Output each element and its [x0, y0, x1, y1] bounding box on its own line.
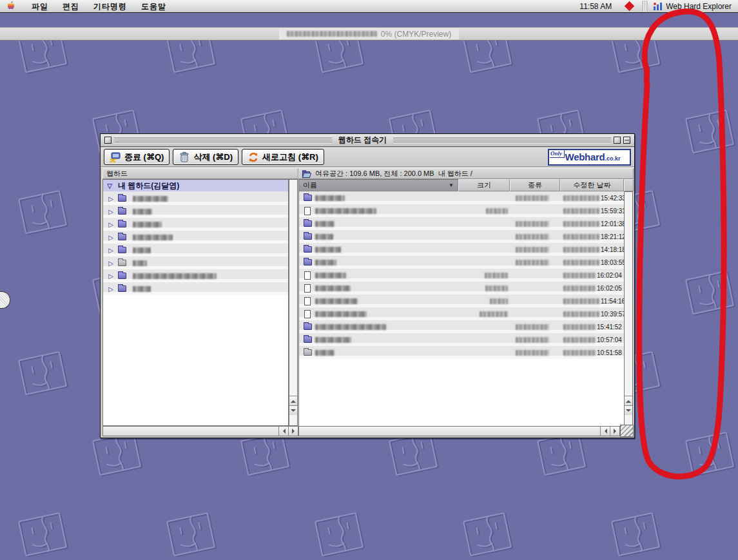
redacted-text: [315, 273, 346, 278]
window-titlebar[interactable]: 웹하드 접속기: [101, 134, 634, 147]
redacted-text: [315, 195, 345, 201]
scroll-down-button[interactable]: [625, 405, 632, 415]
tree-item[interactable]: ▷: [103, 244, 288, 256]
window-resize-grip[interactable]: [620, 425, 634, 437]
scroll-up-button[interactable]: [625, 396, 632, 405]
file-row[interactable]: 14:18:18: [299, 243, 624, 256]
tree-horizontal-scrollbar[interactable]: [102, 426, 298, 436]
expand-arrow-icon[interactable]: ▷: [107, 195, 115, 202]
scroll-up-button[interactable]: [289, 396, 297, 405]
delete-button[interactable]: 삭제 (⌘D): [173, 149, 238, 165]
tree-items: ▷▷▷▷▷▷▷▷: [103, 192, 288, 295]
folder-icon: [118, 247, 126, 253]
file-row[interactable]: 10:39:57: [299, 307, 624, 320]
redacted-text: [516, 247, 549, 253]
expand-arrow-icon[interactable]: ▷: [107, 260, 115, 267]
menu-file[interactable]: 파일: [24, 0, 55, 13]
folder-icon: [304, 349, 312, 356]
folder-icon: [118, 285, 126, 292]
file-row[interactable]: 10:51:58: [299, 346, 624, 359]
file-row[interactable]: 18:03:55: [299, 256, 624, 269]
redacted-text: [315, 324, 386, 330]
refresh-icon: [248, 151, 259, 163]
menu-clock[interactable]: 11:58 AM: [573, 2, 618, 11]
redacted-text: [563, 298, 599, 304]
expand-arrow-icon[interactable]: ▷: [107, 221, 115, 228]
redacted-text: [563, 273, 596, 278]
list-horizontal-scrollbar[interactable]: [298, 426, 620, 436]
scroll-left-button[interactable]: [278, 427, 288, 436]
file-row[interactable]: 12:01:38: [299, 217, 624, 230]
tree-item[interactable]: ▷: [103, 205, 288, 218]
quit-button-label: 종료 (⌘Q): [124, 151, 164, 163]
redacted-text: [563, 260, 599, 266]
scroll-right-button[interactable]: [288, 427, 298, 436]
refresh-button[interactable]: 새로고침 (⌘R): [242, 149, 324, 165]
file-row[interactable]: 16:02:04: [299, 269, 624, 282]
redacted-document-title: [287, 31, 377, 37]
expand-arrow-icon[interactable]: ▷: [107, 273, 115, 280]
tree-item[interactable]: ▷: [103, 218, 288, 231]
apple-menu-icon[interactable]: [6, 1, 15, 11]
tree-item[interactable]: ▷: [103, 256, 288, 269]
file-row[interactable]: 16:02:05: [299, 282, 624, 294]
expand-arrow-icon[interactable]: ▷: [107, 285, 115, 293]
tree-root-item[interactable]: ▽ 내 웹하드(김달엽): [103, 180, 288, 192]
tree-item[interactable]: ▷: [103, 231, 288, 244]
collapse-arrow-icon[interactable]: ▽: [106, 182, 113, 189]
scroll-right-button[interactable]: [610, 427, 619, 436]
column-header-stub: [624, 179, 634, 191]
file-row[interactable]: 15:41:52: [299, 320, 624, 333]
column-header-size[interactable]: 크기: [458, 179, 510, 191]
menu-help[interactable]: 도움말: [134, 0, 173, 13]
file-row[interactable]: 10:57:04: [299, 333, 624, 346]
webhard-logo[interactable]: Only Webhard .co.kr: [548, 149, 631, 166]
file-list: 15:42:3315:59:3112:01:3818:21:1214:18:18…: [298, 191, 624, 426]
menu-edit[interactable]: 편집: [55, 0, 86, 13]
refresh-button-label: 새로고침 (⌘R): [262, 151, 318, 163]
tree-vertical-scrollbar[interactable]: [289, 179, 298, 426]
alert-diamond-icon[interactable]: [625, 1, 635, 12]
tree-panel-header-label: 웹하드: [106, 169, 128, 179]
collapse-box-icon[interactable]: [623, 137, 630, 144]
file-row[interactable]: 15:59:31: [299, 204, 624, 217]
redacted-text: [315, 247, 341, 253]
tree-item[interactable]: ▷: [103, 282, 288, 295]
zoom-box-icon[interactable]: [614, 137, 621, 144]
background-window-titlebar[interactable]: 0% (CMYK/Preview): [0, 27, 738, 41]
tree-item[interactable]: ▷: [103, 192, 288, 205]
application-switcher[interactable]: Web Hard Explorer: [649, 1, 738, 11]
column-header-date[interactable]: 수정한 날짜: [560, 179, 624, 191]
column-header-name[interactable]: 이름 ▼: [298, 179, 458, 191]
file-icon: [304, 284, 311, 293]
tree-root-label: 내 웹하드(김달엽): [118, 180, 179, 191]
popup-window-edge-tab[interactable]: [0, 291, 10, 309]
redacted-text: [315, 234, 333, 240]
menu-other-commands[interactable]: 기타명령: [86, 0, 134, 13]
scroll-down-button[interactable]: [289, 405, 297, 415]
menu-bar: 파일 편집 기타명령 도움말 11:58 AM Web Hard Explore…: [0, 0, 738, 13]
folder-icon: [304, 259, 312, 266]
file-row[interactable]: 18:21:12: [299, 230, 624, 243]
folder-icon: [118, 234, 126, 240]
redacted-text: [315, 285, 351, 291]
redacted-text: [563, 350, 596, 356]
folder-icon: [118, 208, 126, 215]
tree-item[interactable]: ▷: [103, 269, 288, 282]
file-row[interactable]: 15:42:33: [299, 191, 624, 204]
scroll-left-button[interactable]: [600, 427, 610, 436]
redacted-text: [315, 311, 367, 317]
close-box-icon[interactable]: [104, 137, 112, 144]
quit-button[interactable]: 종료 (⌘Q): [104, 149, 170, 165]
expand-arrow-icon[interactable]: ▷: [107, 208, 115, 215]
expand-arrow-icon[interactable]: ▷: [107, 247, 115, 254]
modified-time: 10:51:58: [597, 349, 622, 356]
webhard-app-icon: [653, 1, 663, 11]
folder-icon: [304, 336, 312, 343]
list-vertical-scrollbar[interactable]: [624, 191, 633, 426]
file-row[interactable]: 11:54:16: [299, 294, 624, 307]
column-header-type[interactable]: 종류: [510, 179, 560, 191]
expand-arrow-icon[interactable]: ▷: [107, 234, 115, 241]
folder-icon: [304, 323, 312, 330]
redacted-text: [563, 311, 599, 317]
